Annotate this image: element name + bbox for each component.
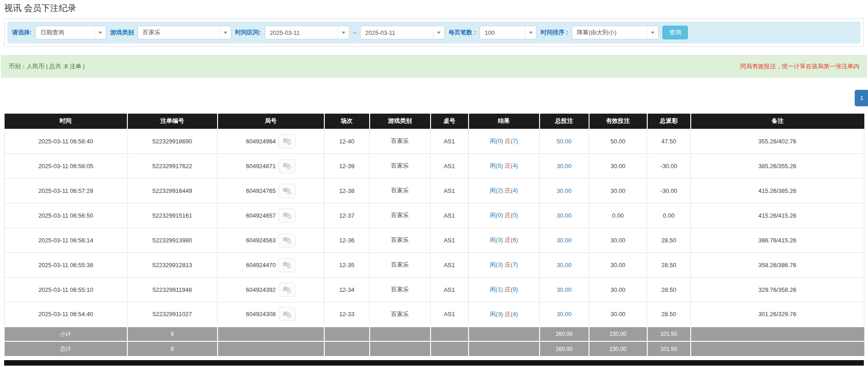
query-type-select[interactable]: 日期查询 [35,26,106,39]
bet-no-cell: 522329911948 [127,277,218,302]
round-no-cell: 604924871 [218,153,324,178]
payout-cell: 28.50 [647,302,691,327]
result-banker-count: (4) [511,311,518,318]
total-bet-link[interactable]: 50.00 [557,138,572,145]
session-cell: 12-34 [324,277,370,302]
note-cell: 385.26/355.26 [691,153,864,178]
table-no-cell: AS1 [431,228,469,252]
total-bet-cell: 30.00 [540,302,589,327]
note-cell: 301.26/329.76 [691,302,864,327]
payout-cell: 28.50 [647,228,691,252]
round-no-value: 604924308 [246,311,276,318]
total-row: 总计 8 260.00 230.00 101.50 [5,341,864,356]
result-banker-count: (4) [511,187,518,194]
video-replay-button[interactable] [278,208,295,223]
bet-no-cell: 522329916449 [127,178,218,203]
video-replay-button[interactable] [278,258,295,272]
per-page-label: 每页笔数 : [448,28,476,37]
game-cell: 百家乐 [370,203,431,228]
chevron-down-icon [94,26,106,39]
table-no-cell: AS1 [431,129,469,153]
table-no-cell: AS1 [431,203,469,228]
video-replay-button[interactable] [278,233,295,247]
game-type-select[interactable]: 百家乐 [137,26,231,39]
time-cell: 2025-03-11 06:55:10 [5,277,127,302]
subtotal-label: 小计 [5,327,127,341]
note-cell: 386.76/415.26 [691,228,864,252]
total-bet-link[interactable]: 30.00 [557,163,572,170]
total-bet-link[interactable]: 30.00 [557,262,572,268]
round-no-value: 604924392 [246,286,276,293]
note-cell: 415.26/385.26 [691,178,864,203]
page-1-button[interactable]: 1 [855,90,868,106]
date-from-select[interactable]: 2025-03-11 [265,26,349,39]
betting-records-page: 视讯 会员下注纪录 请选择: 日期查询 游戏类别 百家乐 时间区间: 2025-… [0,3,868,367]
payout-cell: 0.00 [647,203,691,228]
result-cell: 闲(3) 庄(6) [469,228,540,252]
round-no-cell: 604924964 [218,129,324,153]
video-replay-button[interactable] [278,159,295,173]
total-count: 8 [127,341,218,356]
note-cell: 329.76/358.26 [691,277,864,302]
subtotal-count: 8 [127,327,218,341]
summary-bar: 币别：人民币 | 总共 :8 注单 | 同局有效投注，统一计算在该局第一张注单内 [1,55,867,78]
time-cell: 2025-03-11 06:58:05 [5,153,127,178]
total-payout: 101.50 [647,341,691,356]
per-page-select[interactable]: 100 [480,26,537,39]
result-cell: 闲(3) 庄(4) [469,302,540,327]
note-cell: 358.26/386.76 [691,252,864,277]
bet-no-cell: 522329917622 [127,153,218,178]
result-cell: 闲(0) 庄(7) [469,129,540,153]
total-total-bet: 260.00 [540,341,589,356]
date-to-select[interactable]: 2025-03-11 [360,26,445,39]
table-row: 2025-03-11 06:55:10 522329911948 6049243… [5,277,864,302]
total-bet-link[interactable]: 30.00 [557,187,572,194]
header-bet-no: 注单编号 [127,114,218,129]
video-replay-button[interactable] [278,307,295,321]
table-no-cell: AS1 [431,252,469,277]
total-bet-link[interactable]: 30.00 [557,212,572,219]
game-cell: 百家乐 [370,302,431,327]
video-replay-button[interactable] [278,184,295,198]
round-no-value: 604924765 [246,187,276,194]
payout-cell: 28.50 [647,277,691,302]
result-player: 闲(2) [490,187,503,194]
total-bet-link[interactable]: 30.00 [557,237,572,244]
header-result: 结果 [469,114,540,129]
result-banker: 庄 [505,236,511,243]
subtotal-payout: 101.50 [647,327,691,341]
result-banker: 庄 [505,162,511,169]
game-cell: 百家乐 [370,252,431,277]
video-replay-icon [283,211,292,219]
note-cell: 415.26/415.26 [691,203,864,228]
total-bet-link[interactable]: 30.00 [557,311,572,318]
video-replay-button[interactable] [278,134,295,148]
session-cell: 12-39 [324,153,370,178]
game-type-value: 百家乐 [138,28,219,37]
result-cell: 闲(1) 庄(9) [469,277,540,302]
bet-no-cell: 522329912813 [127,252,218,277]
table-row: 2025-03-11 06:56:14 522329913980 6049245… [5,228,864,252]
query-type-value: 日期查询 [36,28,94,37]
round-no-value: 604924563 [246,237,276,244]
total-bet-link[interactable]: 30.00 [557,286,572,293]
query-button[interactable]: 查询 [662,26,688,39]
total-bet-cell: 30.00 [540,203,589,228]
session-cell: 12-33 [324,302,370,327]
sort-select[interactable]: 降冪(由大到小) [572,26,659,39]
game-cell: 百家乐 [370,277,431,302]
table-row: 2025-03-11 06:57:29 522329916449 6049247… [5,178,864,203]
total-label: 总计 [5,341,127,356]
result-banker: 庄 [505,212,511,219]
result-player: 闲(3) [490,236,503,243]
result-banker: 庄 [505,187,511,194]
video-replay-button[interactable] [278,283,295,297]
total-bet-cell: 30.00 [540,153,589,178]
table-row: 2025-03-11 06:54:40 522329911027 6049243… [5,302,864,327]
video-replay-icon [283,236,292,244]
valid-bet-cell: 30.00 [589,252,647,277]
result-player: 闲(3) [490,261,503,268]
result-player: 闲(5) [490,162,503,169]
bet-no-cell: 522329913980 [127,228,218,252]
filter-bar: 请选择: 日期查询 游戏类别 百家乐 时间区间: 2025-03-11 ~ 20… [7,22,861,44]
